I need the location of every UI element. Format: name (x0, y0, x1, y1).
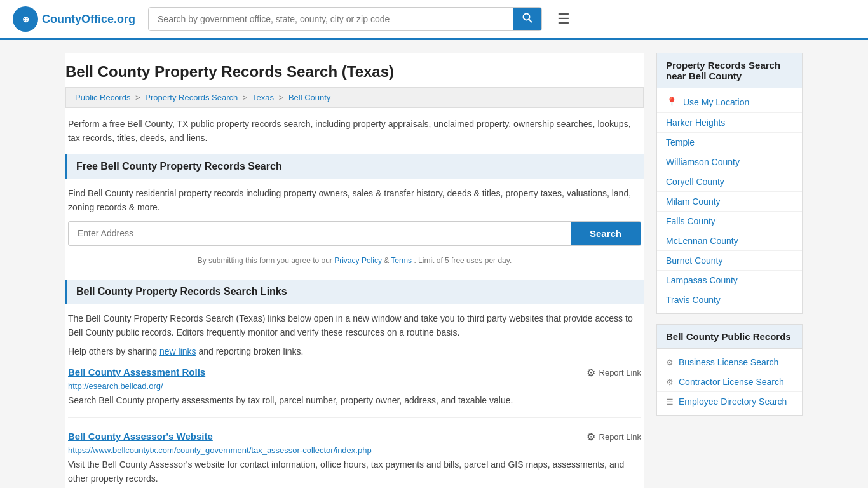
contractor-license-item[interactable]: ⚙ Contractor License Search (657, 372, 802, 392)
nearby-burnet-county[interactable]: Burnet County (657, 251, 802, 271)
record-desc-1: Search Bell County property assessments … (68, 393, 641, 407)
nearby-falls-county[interactable]: Falls County (657, 212, 802, 231)
record-assessor-website: Bell County Assessor's Website ⚙ Report … (68, 431, 641, 488)
links-description: The Bell County Property Records Search … (68, 311, 641, 340)
record-header-2: Bell County Assessor's Website ⚙ Report … (68, 431, 641, 443)
nearby-travis-county[interactable]: Travis County (657, 290, 802, 309)
page-container: Bell County Property Records Search (Tex… (53, 40, 815, 488)
contractor-license-link[interactable]: Contractor License Search (679, 377, 784, 387)
links-section-body: The Bell County Property Records Search … (65, 304, 644, 488)
public-records-heading: Bell County Public Records (657, 325, 802, 349)
search-button[interactable]: Search (571, 222, 641, 245)
header-search-input[interactable] (149, 8, 513, 30)
nearby-mclennan-county[interactable]: McLennan County (657, 231, 802, 251)
record-title-1[interactable]: Bell County Assessment Rolls (68, 367, 205, 377)
nearby-harker-heights[interactable]: Harker Heights (657, 113, 802, 133)
employee-directory-link[interactable]: Employee Directory Search (679, 396, 787, 407)
employee-directory-icon: ☰ (666, 397, 674, 407)
terms-link[interactable]: Terms (391, 256, 412, 265)
nearby-locations-heading: Property Records Search near Bell County (657, 53, 802, 88)
nearby-lampasas-county[interactable]: Lampasas County (657, 271, 802, 290)
page-title: Bell County Property Records Search (Tex… (65, 53, 644, 87)
page-description: Perform a free Bell County, TX public pr… (65, 108, 644, 154)
nearby-link-coryell-county[interactable]: Coryell County (666, 177, 724, 187)
address-input[interactable] (69, 222, 571, 245)
nearby-link-milam-county[interactable]: Milam County (666, 196, 721, 207)
use-location-label[interactable]: Use My Location (683, 97, 749, 107)
nearby-locations-list: 📍 Use My Location Harker Heights Temple … (657, 88, 802, 313)
report-link-2[interactable]: ⚙ Report Link (587, 431, 641, 443)
use-my-location-item[interactable]: 📍 Use My Location (657, 92, 802, 113)
report-link-1[interactable]: ⚙ Report Link (587, 367, 641, 379)
record-title-2[interactable]: Bell County Assessor's Website (68, 431, 213, 442)
address-form: Search (68, 221, 641, 246)
employee-directory-item[interactable]: ☰ Employee Directory Search (657, 392, 802, 411)
new-links-anchor[interactable]: new links (159, 346, 196, 356)
nearby-link-lampasas-county[interactable]: Lampasas County (666, 275, 738, 285)
record-assessment-rolls: Bell County Assessment Rolls ⚙ Report Li… (68, 367, 641, 418)
report-icon-2: ⚙ (587, 431, 595, 443)
public-records-box: Bell County Public Records ⚙ Business Li… (656, 324, 803, 416)
nearby-link-temple[interactable]: Temple (666, 137, 695, 147)
svg-text:⊕: ⊕ (22, 15, 29, 24)
hamburger-menu-button[interactable]: ☰ (555, 8, 573, 30)
nearby-link-harker-heights[interactable]: Harker Heights (666, 118, 725, 128)
privacy-policy-link[interactable]: Privacy Policy (334, 256, 382, 265)
new-links-note: Help others by sharing new links and rep… (68, 346, 641, 356)
record-desc-2: Visit the Bell County Assessor's website… (68, 458, 641, 486)
record-url-2[interactable]: https://www.bellcountytx.com/county_gove… (68, 445, 641, 455)
nearby-link-travis-county[interactable]: Travis County (666, 295, 721, 305)
nearby-link-burnet-county[interactable]: Burnet County (666, 255, 723, 266)
free-search-body: Find Bell County residential property re… (65, 179, 644, 280)
page-header: ⊕ CountyOffice.org ☰ (0, 0, 868, 40)
business-license-link[interactable]: Business License Search (679, 357, 778, 367)
svg-point-2 (524, 14, 530, 20)
sidebar: Property Records Search near Bell County… (656, 53, 803, 488)
logo-icon: ⊕ (13, 6, 38, 32)
main-content: Bell County Property Records Search (Tex… (65, 53, 644, 488)
breadcrumb-bell-county[interactable]: Bell County (288, 93, 330, 102)
header-search-bar (148, 7, 542, 31)
logo[interactable]: ⊕ CountyOffice.org (13, 6, 135, 32)
form-disclaimer: By submitting this form you agree to our… (68, 252, 641, 272)
nearby-coryell-county[interactable]: Coryell County (657, 172, 802, 192)
nearby-link-falls-county[interactable]: Falls County (666, 216, 715, 226)
record-url-1[interactable]: http://esearch.bellcad.org/ (68, 381, 641, 391)
public-records-list: ⚙ Business License Search ⚙ Contractor L… (657, 349, 802, 415)
breadcrumb: Public Records > Property Records Search… (65, 87, 644, 108)
breadcrumb-property-records[interactable]: Property Records Search (145, 93, 238, 102)
logo-text: CountyOffice.org (42, 13, 135, 26)
nearby-link-williamson-county[interactable]: Williamson County (666, 157, 740, 167)
nearby-link-mclennan-county[interactable]: McLennan County (666, 236, 738, 246)
free-search-description: Find Bell County residential property re… (68, 186, 641, 215)
report-icon-1: ⚙ (587, 367, 595, 379)
breadcrumb-texas[interactable]: Texas (252, 93, 274, 102)
contractor-license-icon: ⚙ (666, 377, 674, 387)
record-header-1: Bell County Assessment Rolls ⚙ Report Li… (68, 367, 641, 379)
nearby-temple[interactable]: Temple (657, 133, 802, 152)
location-pin-icon: 📍 (666, 97, 678, 108)
free-search-heading: Free Bell County Property Records Search (65, 154, 644, 179)
business-license-item[interactable]: ⚙ Business License Search (657, 353, 802, 372)
svg-line-3 (529, 20, 532, 23)
header-search-button[interactable] (513, 8, 541, 30)
links-section-heading: Bell County Property Records Search Link… (65, 280, 644, 304)
nearby-locations-box: Property Records Search near Bell County… (656, 53, 803, 314)
nearby-williamson-county[interactable]: Williamson County (657, 152, 802, 172)
nearby-milam-county[interactable]: Milam County (657, 192, 802, 212)
business-license-icon: ⚙ (666, 358, 674, 367)
breadcrumb-public-records[interactable]: Public Records (75, 93, 130, 102)
